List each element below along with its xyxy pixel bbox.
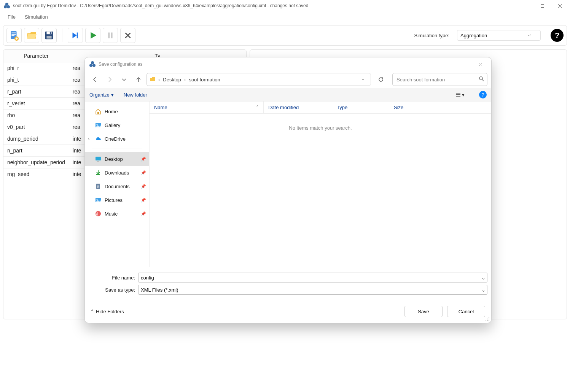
- play-button[interactable]: [85, 28, 100, 43]
- new-folder-button[interactable]: New folder: [124, 92, 147, 98]
- save-button[interactable]: Save: [404, 306, 443, 317]
- refresh-button[interactable]: [374, 73, 388, 86]
- nav-recent-button[interactable]: [118, 73, 131, 86]
- toolbar: Simulation type: Aggregation ?: [3, 25, 567, 46]
- filename-label: File name:: [89, 275, 138, 281]
- folder-icon: [149, 76, 156, 84]
- svg-rect-33: [97, 161, 99, 162]
- organize-button[interactable]: Organize ▾: [89, 92, 114, 98]
- home-icon: [95, 108, 102, 115]
- resize-grip[interactable]: [484, 316, 490, 321]
- svg-rect-19: [111, 33, 113, 38]
- nav-documents[interactable]: Documents📌: [85, 179, 149, 193]
- search-input[interactable]: [396, 76, 479, 83]
- open-file-button[interactable]: [24, 28, 39, 43]
- svg-rect-18: [108, 33, 110, 38]
- dialog-command-bar: Organize ▾ New folder ▾ ?: [85, 88, 491, 102]
- svg-point-31: [97, 124, 98, 125]
- nav-pictures[interactable]: Pictures📌: [85, 193, 149, 207]
- window-close-button[interactable]: [551, 0, 568, 11]
- music-icon: [95, 210, 102, 217]
- nav-forward-button[interactable]: [103, 73, 116, 86]
- col-date[interactable]: Date modified: [264, 102, 332, 113]
- chevron-down-icon: [527, 33, 531, 37]
- dialog-help-button[interactable]: ?: [479, 91, 487, 98]
- chevron-down-icon[interactable]: ⌄: [481, 287, 486, 293]
- col-parameter[interactable]: Parameter: [3, 50, 69, 62]
- window-minimize-button[interactable]: [516, 0, 533, 11]
- help-button[interactable]: ?: [551, 29, 564, 42]
- dialog-title-bar: Save configuration as: [85, 57, 491, 71]
- svg-point-43: [487, 319, 488, 319]
- nav-onedrive[interactable]: OneDrive: [85, 132, 149, 146]
- new-file-button[interactable]: [6, 28, 22, 43]
- dialog-app-icon: [89, 61, 96, 67]
- dialog-fields: File name: config ⌄ Save as type: XML Fi…: [85, 267, 491, 300]
- stop-button[interactable]: [120, 28, 135, 43]
- address-box[interactable]: › Desktop › soot formation: [146, 73, 371, 86]
- nav-desktop[interactable]: Desktop📌: [85, 152, 149, 166]
- dropdown-caret-icon: ▾: [111, 92, 114, 98]
- svg-rect-14: [46, 36, 51, 39]
- svg-marker-17: [91, 32, 96, 39]
- simulation-type-select[interactable]: Aggregation: [457, 30, 541, 41]
- col-type[interactable]: Type: [332, 102, 389, 113]
- gallery-icon: [95, 122, 102, 129]
- svg-rect-1: [541, 4, 544, 7]
- svg-rect-32: [96, 157, 101, 160]
- dialog-close-button[interactable]: [472, 58, 489, 70]
- svg-point-44: [489, 319, 489, 319]
- svg-rect-16: [77, 33, 78, 38]
- svg-point-45: [486, 320, 486, 321]
- nav-home[interactable]: Home: [85, 105, 149, 118]
- breadcrumb[interactable]: Desktop: [162, 77, 182, 83]
- file-list-pane: Name˄ Date modified Type Size No items m…: [150, 102, 491, 267]
- saveas-select[interactable]: XML Files (*.xml) ⌄: [138, 285, 487, 295]
- saveas-label: Save as type:: [89, 287, 138, 293]
- menu-simulation[interactable]: Simulation: [20, 12, 53, 22]
- column-headers: Name˄ Date modified Type Size: [150, 102, 491, 114]
- cancel-button[interactable]: Cancel: [447, 306, 485, 317]
- pin-icon: 📌: [141, 198, 146, 203]
- svg-rect-6: [11, 34, 16, 35]
- chevron-down-icon[interactable]: ⌄: [481, 275, 486, 281]
- nav-downloads[interactable]: Downloads📌: [85, 166, 149, 179]
- main-title-bar: soot-dem-gui by Egor Demidov - C:/Users/…: [0, 0, 570, 11]
- svg-rect-5: [11, 33, 16, 33]
- simulation-type-value: Aggregation: [460, 33, 487, 38]
- menu-file[interactable]: File: [3, 12, 20, 22]
- sort-indicator-icon: ˄: [256, 105, 259, 110]
- col-size[interactable]: Size: [389, 102, 427, 113]
- pictures-icon: [95, 197, 102, 203]
- list-view-icon: [455, 92, 461, 98]
- breadcrumb[interactable]: soot formation: [188, 77, 221, 83]
- nav-up-button[interactable]: [132, 73, 145, 86]
- address-history-button[interactable]: [358, 78, 368, 81]
- filename-input[interactable]: config ⌄: [138, 273, 487, 282]
- svg-point-40: [97, 199, 98, 200]
- svg-rect-29: [97, 112, 99, 114]
- svg-marker-15: [73, 33, 77, 38]
- col-name[interactable]: Name˄: [150, 102, 264, 113]
- navigation-pane: Home Gallery OneDrive Desktop📌 Downloads…: [85, 102, 150, 267]
- search-box[interactable]: [392, 73, 487, 86]
- view-mode-button[interactable]: ▾: [455, 92, 465, 98]
- pause-button[interactable]: [103, 28, 118, 43]
- search-icon: [479, 76, 484, 83]
- hide-folders-button[interactable]: ˄Hide Folders: [91, 309, 124, 314]
- window-title: soot-dem-gui by Egor Demidov - C:/Users/…: [13, 3, 308, 8]
- window-maximize-button[interactable]: [533, 0, 551, 11]
- save-file-button[interactable]: [41, 28, 57, 43]
- downloads-icon: [95, 169, 102, 176]
- pin-icon: 📌: [141, 170, 146, 175]
- svg-line-25: [482, 79, 484, 81]
- chevron-up-icon: ˄: [91, 309, 94, 314]
- simulation-type-label: Simulation type:: [414, 33, 450, 38]
- nav-gallery[interactable]: Gallery: [85, 118, 149, 132]
- desktop-icon: [95, 156, 102, 162]
- nav-back-button[interactable]: [89, 73, 102, 86]
- skip-button[interactable]: [68, 28, 83, 43]
- onedrive-icon: [95, 135, 102, 142]
- nav-music[interactable]: Music📌: [85, 207, 149, 221]
- pin-icon: 📌: [141, 211, 146, 216]
